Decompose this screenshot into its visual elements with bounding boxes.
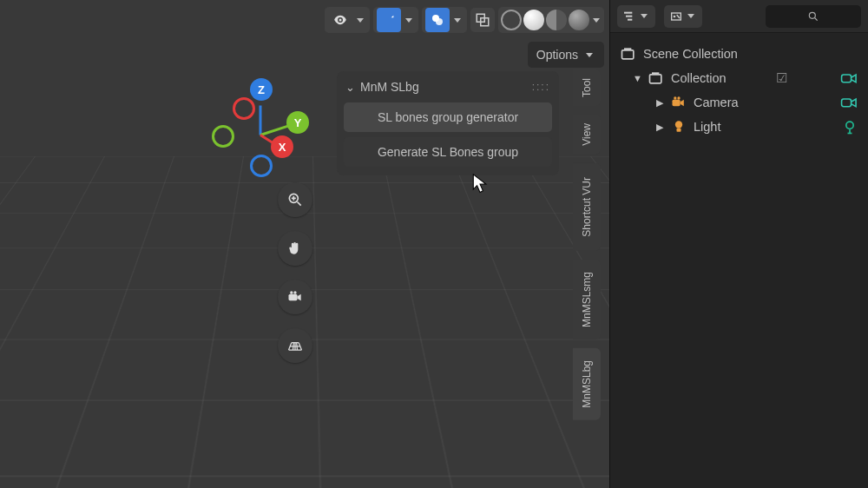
tree-label: Light xyxy=(694,120,720,134)
outliner-panel: Scene Collection ▼ Collection ☑ ▶ Camera xyxy=(609,0,868,488)
y-axis-handle[interactable]: Y xyxy=(286,111,309,134)
pan-hand-icon[interactable] xyxy=(278,231,312,266)
visibility-group xyxy=(325,7,370,33)
restrict-render-icon[interactable] xyxy=(837,95,863,110)
panel-header[interactable]: ⌄ MnM SLbg :::: xyxy=(344,76,552,97)
chevron-down-icon[interactable] xyxy=(405,18,412,23)
chevron-down-icon xyxy=(687,14,694,18)
svg-rect-19 xyxy=(622,50,634,59)
disclosure-triangle-icon[interactable]: ▶ xyxy=(655,122,664,133)
n-panel-tabs: Tool View Shortcut VUr MnMSLsmg MnMSLbg xyxy=(573,69,601,419)
options-dropdown[interactable]: Options xyxy=(528,42,604,68)
wireframe-shading-icon[interactable] xyxy=(501,10,522,30)
tree-label: Scene Collection xyxy=(643,47,738,61)
chevron-down-icon: ⌄ xyxy=(345,81,355,94)
options-label: Options xyxy=(536,48,578,62)
svg-point-17 xyxy=(809,12,815,18)
axis-gizmo[interactable]: Z Y X xyxy=(208,82,312,186)
3d-viewport[interactable]: Options ⌄ MnM SLbg :::: SL bones group g… xyxy=(0,0,609,488)
panel-title: MnM SLbg xyxy=(360,80,419,94)
camera-view-icon[interactable] xyxy=(278,280,312,314)
tree-row-scene-collection[interactable]: Scene Collection xyxy=(615,42,863,66)
filter-dropdown[interactable] xyxy=(664,5,702,28)
svg-point-11 xyxy=(293,291,296,293)
zoom-icon[interactable] xyxy=(278,182,312,217)
overlays-group xyxy=(422,7,467,33)
svg-point-16 xyxy=(674,15,676,17)
z-axis-line xyxy=(260,106,262,135)
xray-toggle-icon[interactable] xyxy=(470,8,495,32)
svg-rect-27 xyxy=(842,99,852,107)
tree-row-collection[interactable]: ▼ Collection ☑ xyxy=(615,66,863,90)
outliner-header xyxy=(610,0,868,33)
gizmo-toggle-icon[interactable] xyxy=(377,8,401,32)
neg-z-axis-handle[interactable] xyxy=(250,155,273,177)
chevron-down-icon[interactable] xyxy=(454,18,461,23)
tree-label: Camera xyxy=(694,96,739,109)
collection-icon xyxy=(647,69,666,88)
row-label: SL bones group generator xyxy=(378,110,518,124)
light-icon xyxy=(669,117,688,136)
rendered-shading-icon[interactable] xyxy=(569,10,589,30)
x-axis-handle[interactable]: X xyxy=(271,135,293,158)
svg-point-28 xyxy=(675,121,682,128)
svg-rect-20 xyxy=(624,48,631,50)
svg-rect-22 xyxy=(652,72,659,75)
eye-icon[interactable] xyxy=(328,8,352,32)
svg-rect-12 xyxy=(624,11,632,13)
viewport-header xyxy=(0,3,609,36)
svg-point-25 xyxy=(674,96,676,99)
svg-rect-9 xyxy=(289,294,298,301)
svg-point-30 xyxy=(846,122,853,129)
svg-rect-21 xyxy=(650,75,661,83)
svg-rect-15 xyxy=(672,13,681,20)
restrict-render-icon[interactable] xyxy=(837,118,863,135)
svg-line-18 xyxy=(815,17,818,20)
chevron-down-icon[interactable] xyxy=(357,18,364,23)
operator-row-label: SL bones group generator xyxy=(344,102,552,132)
viewport-controls xyxy=(278,182,312,363)
svg-point-2 xyxy=(436,18,443,25)
matprev-shading-icon[interactable] xyxy=(546,10,567,30)
tree-label: Collection xyxy=(671,71,727,85)
n-panel: ⌄ MnM SLbg :::: SL bones group generator… xyxy=(337,71,559,175)
svg-rect-14 xyxy=(628,18,632,20)
tab-mnmslsmg[interactable]: MnMSLsmg xyxy=(573,260,601,340)
tab-view[interactable]: View xyxy=(573,115,601,155)
svg-rect-13 xyxy=(626,15,632,16)
collection-icon xyxy=(619,44,638,63)
button-label: Generate SL Bones group xyxy=(378,145,518,159)
outliner-tree: Scene Collection ▼ Collection ☑ ▶ Camera xyxy=(610,33,868,148)
search-input[interactable] xyxy=(766,5,861,28)
svg-rect-24 xyxy=(673,100,681,107)
chevron-down-icon[interactable] xyxy=(593,18,600,23)
overlays-toggle-icon[interactable] xyxy=(425,8,450,32)
mouse-cursor-icon xyxy=(472,174,488,195)
tree-row-camera[interactable]: ▶ Camera xyxy=(615,90,863,115)
generate-bones-button[interactable]: Generate SL Bones group xyxy=(344,137,552,167)
gizmos-group xyxy=(373,7,418,33)
restrict-render-icon[interactable] xyxy=(837,70,863,86)
camera-icon xyxy=(669,93,688,112)
tab-shortcut-vur[interactable]: Shortcut VUr xyxy=(573,163,601,251)
svg-point-0 xyxy=(339,19,342,22)
neg-x-axis-handle[interactable] xyxy=(233,97,255,120)
disclosure-triangle-icon[interactable]: ▼ xyxy=(633,73,641,83)
svg-rect-23 xyxy=(842,75,852,82)
display-mode-dropdown[interactable] xyxy=(617,5,655,28)
disclosure-triangle-icon[interactable]: ▶ xyxy=(655,97,664,109)
chevron-down-icon xyxy=(641,14,648,18)
tab-tool[interactable]: Tool xyxy=(573,69,601,106)
solid-shading-icon[interactable] xyxy=(523,10,544,30)
tree-row-light[interactable]: ▶ Light xyxy=(615,115,863,139)
svg-point-26 xyxy=(677,96,680,99)
z-axis-handle[interactable]: Z xyxy=(250,78,273,101)
neg-y-axis-handle[interactable] xyxy=(212,125,234,148)
exclude-toggle-icon[interactable]: ☑ xyxy=(768,71,794,85)
tab-mnmslbg[interactable]: MnMSLbg xyxy=(573,348,601,420)
chevron-down-icon xyxy=(586,53,593,57)
perspective-grid-icon[interactable] xyxy=(278,328,312,363)
shading-mode-group xyxy=(498,7,604,33)
drag-handle-icon[interactable]: :::: xyxy=(532,81,550,93)
svg-point-10 xyxy=(290,291,293,293)
